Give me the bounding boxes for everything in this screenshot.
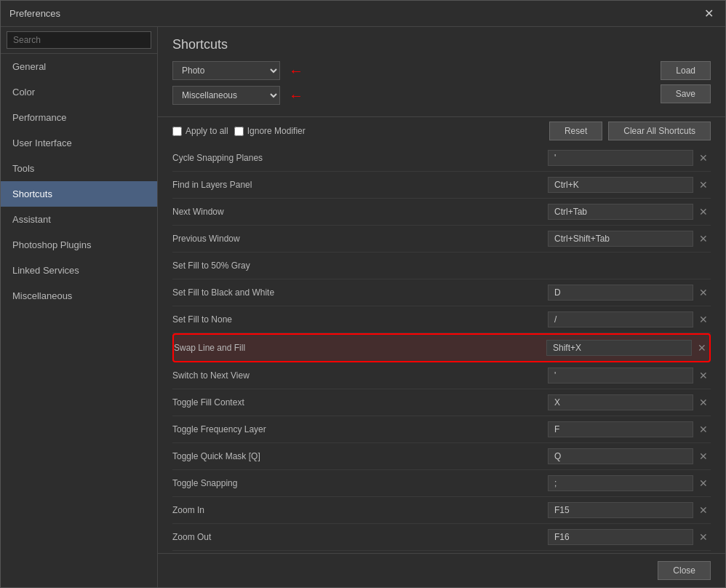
sidebar-item-color[interactable]: Color (1, 79, 157, 105)
title-bar: Preferences ✕ (1, 1, 725, 27)
clear-shortcut-icon[interactable]: ✕ (695, 342, 709, 354)
toolbar-row: Apply to all Ignore Modifier Reset Clear… (158, 117, 725, 145)
sidebar-item-miscellaneous[interactable]: Miscellaneous (1, 283, 157, 309)
shortcut-name: Swap Line and Fill (174, 343, 546, 353)
footer: Close (158, 553, 725, 587)
shortcut-name: Find in Layers Panel (172, 180, 548, 190)
shortcut-name: Cycle Snapping Planes (172, 153, 548, 163)
clear-shortcut-icon[interactable]: ✕ (696, 179, 711, 191)
table-row: Set Fill to 50% Gray (172, 253, 711, 279)
shortcut-name: Toggle Fill Context (172, 397, 548, 408)
table-row: Switch to Next View✕ (172, 362, 711, 389)
arrow-annotation-2: ← (289, 87, 303, 104)
shortcut-name: Toggle Quick Mask [Q] (172, 451, 548, 461)
sidebar-item-general[interactable]: General (1, 54, 157, 79)
shortcut-key-input[interactable] (548, 258, 693, 274)
table-row: Toggle Frequency Layer✕ (172, 416, 711, 443)
shortcut-key-input[interactable] (548, 231, 693, 247)
dialog-title: Preferences (9, 8, 60, 19)
content-title: Shortcuts (172, 37, 711, 52)
arrow-annotation-1: ← (289, 63, 303, 79)
shortcut-name: Zoom In (172, 505, 548, 515)
clear-shortcut-icon[interactable]: ✕ (696, 531, 711, 543)
table-row: Toggle Fill Context✕ (172, 389, 711, 416)
ignore-modifier-checkbox[interactable] (234, 127, 244, 136)
shortcut-name: Zoom Out (172, 532, 548, 542)
clear-shortcut-icon[interactable]: ✕ (696, 152, 711, 164)
sidebar: GeneralColorPerformanceUser InterfaceToo… (1, 27, 158, 587)
dropdown-row-2: MiscellaneousGeneralToolsLayers ← (172, 86, 661, 105)
shortcut-key-input[interactable] (548, 394, 693, 410)
shortcut-name: Toggle Frequency Layer (172, 424, 548, 434)
content-header: Shortcuts PhotoEditViewLayerFilterWindow… (158, 27, 725, 117)
left-controls: PhotoEditViewLayerFilterWindow ← Miscell… (172, 61, 661, 111)
clear-shortcut-icon[interactable]: ✕ (696, 370, 711, 381)
clear-shortcut-icon[interactable]: ✕ (696, 206, 711, 218)
content-area: Shortcuts PhotoEditViewLayerFilterWindow… (158, 27, 725, 587)
load-button[interactable]: Load (661, 61, 711, 80)
table-row: Previous Window✕ (172, 226, 711, 253)
table-row: Toggle Quick Mask [Q]✕ (172, 443, 711, 470)
shortcut-name: Set Fill to Black and White (172, 287, 548, 298)
sidebar-item-performance[interactable]: Performance (1, 105, 157, 130)
apply-to-all-checkbox[interactable] (172, 127, 182, 136)
shortcut-name: Set Fill to None (172, 314, 548, 325)
shortcut-key-input[interactable] (548, 150, 693, 166)
table-row: Find in Layers Panel✕ (172, 172, 711, 199)
table-row: Set Fill to Black and White✕ (172, 279, 711, 306)
shortcut-key-input[interactable] (546, 340, 692, 356)
save-button[interactable]: Save (661, 84, 711, 103)
clear-shortcut-icon[interactable]: ✕ (696, 424, 711, 435)
sidebar-item-linked-services[interactable]: Linked Services (1, 258, 157, 283)
dropdown-row-1: PhotoEditViewLayerFilterWindow ← (172, 61, 661, 80)
close-button[interactable]: Close (658, 561, 711, 580)
shortcut-key-input[interactable] (548, 502, 693, 518)
table-row: Zoom In✕ (172, 497, 711, 524)
shortcut-name: Switch to Next View (172, 370, 548, 381)
table-row: Swap Line and Fill✕ (172, 333, 711, 362)
shortcut-name: Previous Window (172, 234, 548, 244)
apply-to-all-label[interactable]: Apply to all (172, 126, 228, 136)
shortcut-key-input[interactable] (548, 421, 693, 437)
shortcut-key-input[interactable] (548, 529, 693, 545)
table-row: Toggle Snapping✕ (172, 470, 711, 497)
table-row: Next Window✕ (172, 199, 711, 226)
shortcut-key-input[interactable] (548, 311, 693, 327)
shortcut-key-input[interactable] (548, 204, 693, 220)
category-dropdown[interactable]: PhotoEditViewLayerFilterWindow (172, 61, 280, 80)
sidebar-item-photoshop-plugins[interactable]: Photoshop Plugins (1, 232, 157, 258)
clear-shortcut-icon[interactable]: ✕ (696, 450, 711, 462)
shortcut-key-input[interactable] (548, 368, 693, 384)
reset-button[interactable]: Reset (549, 122, 602, 140)
table-row: Zoom Out✕ (172, 524, 711, 551)
subcategory-dropdown[interactable]: MiscellaneousGeneralToolsLayers (172, 86, 280, 105)
sidebar-item-assistant[interactable]: Assistant (1, 207, 157, 232)
table-row: Set Fill to None✕ (172, 306, 711, 333)
clear-shortcut-icon[interactable]: ✕ (696, 397, 711, 408)
shortcut-key-input[interactable] (548, 285, 693, 301)
shortcut-key-input[interactable] (548, 448, 693, 464)
sidebar-nav: GeneralColorPerformanceUser InterfaceToo… (1, 54, 157, 587)
dropdowns-and-load: PhotoEditViewLayerFilterWindow ← Miscell… (172, 61, 711, 111)
clear-shortcut-icon[interactable]: ✕ (696, 477, 711, 489)
sidebar-item-shortcuts[interactable]: Shortcuts (1, 181, 157, 207)
clear-all-shortcuts-button[interactable]: Clear All Shortcuts (608, 122, 711, 140)
search-box (1, 27, 157, 54)
sidebar-item-tools[interactable]: Tools (1, 156, 157, 181)
clear-shortcut-icon[interactable]: ✕ (696, 287, 711, 298)
preferences-dialog: Preferences ✕ GeneralColorPerformanceUse… (0, 0, 726, 588)
table-row: Cycle Snapping Planes✕ (172, 145, 711, 172)
clear-shortcut-icon[interactable]: ✕ (696, 504, 711, 516)
shortcut-key-input[interactable] (548, 177, 693, 193)
clear-shortcut-icon[interactable]: ✕ (696, 314, 711, 325)
shortcut-name: Set Fill to 50% Gray (172, 261, 548, 271)
search-input[interactable] (7, 31, 151, 49)
clear-shortcut-icon[interactable]: ✕ (696, 233, 711, 245)
close-icon[interactable]: ✕ (701, 7, 717, 20)
shortcut-name: Next Window (172, 207, 548, 217)
sidebar-item-user-interface[interactable]: User Interface (1, 130, 157, 156)
ignore-modifier-label[interactable]: Ignore Modifier (234, 126, 306, 136)
main-layout: GeneralColorPerformanceUser InterfaceToo… (1, 27, 725, 587)
shortcut-key-input[interactable] (548, 475, 693, 491)
right-controls: Load Save (661, 61, 711, 103)
